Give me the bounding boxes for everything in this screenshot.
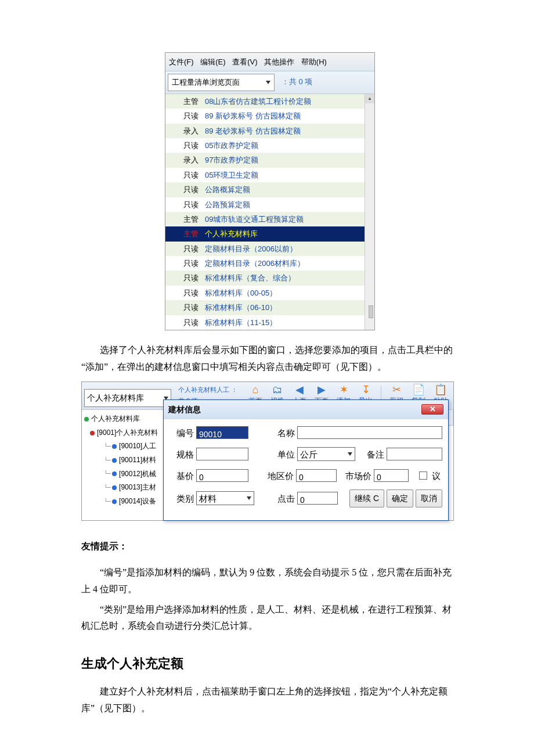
bullet-icon	[90, 431, 95, 435]
list-item[interactable]: 只读定额材料目录（2006以前）	[165, 242, 374, 256]
bullet-icon	[84, 417, 89, 422]
input-click[interactable]: 0	[297, 492, 338, 505]
label-click: 点击	[270, 491, 295, 506]
list-item[interactable]: 主管个人补充材料库	[165, 226, 374, 241]
library-selector-label: 个人补充材料库	[87, 391, 144, 405]
list-item-label: 个人补充材料库	[203, 227, 372, 240]
list-item[interactable]: 只读标准材料库（复合、综合）	[165, 271, 374, 285]
list-item[interactable]: 只读89 新砂浆标号 仿古园林定额	[165, 109, 374, 123]
input-remark[interactable]	[387, 448, 442, 460]
tree-item[interactable]: └─[90012]机械	[83, 467, 170, 481]
list-item[interactable]: 只读标准材料库（06-10）	[165, 300, 374, 315]
tree-panel: 个人补充材料库[9001]个人补充材料└─[90010]人工└─[90011]材…	[82, 410, 172, 520]
list-item-permission: 只读	[179, 316, 203, 329]
input-name[interactable]	[297, 426, 442, 439]
list-item[interactable]: 只读标准材料库（00-05）	[165, 286, 374, 300]
bullet-icon	[112, 485, 117, 490]
input-base[interactable]: 0	[196, 469, 248, 482]
chevron-down-icon	[266, 81, 270, 84]
粘贴-icon: 📋	[434, 384, 447, 395]
list-item-permission: 录入	[179, 153, 203, 167]
hint-title: 友情提示：	[81, 538, 459, 555]
close-icon[interactable]: ✕	[421, 404, 443, 415]
list-item[interactable]: 只读05环境卫生定额	[165, 168, 374, 182]
list-item-permission: 主管	[179, 213, 203, 226]
list-item[interactable]: 只读05市政养护定额	[165, 138, 374, 153]
list-item-label: 定额材料目录（2006以前）	[203, 242, 372, 255]
list-item-permission: 只读	[179, 109, 203, 123]
select-category[interactable]: 材料	[196, 491, 254, 505]
label-name: 名称	[270, 425, 295, 441]
page-selector-label: 工程量清单浏览页面	[172, 75, 240, 89]
list-item[interactable]: 主管09城市轨道交通工程预算定额	[165, 212, 374, 226]
continue-button[interactable]: 继续 C	[349, 489, 384, 507]
label-unit: 单位	[270, 447, 295, 462]
scroll-up-icon[interactable]: ▲	[365, 94, 374, 103]
list-item-permission: 只读	[179, 183, 203, 196]
select-unit[interactable]: 公斤	[297, 447, 355, 461]
dialog-title: 建材信息	[168, 402, 201, 417]
tree-item[interactable]: └─[90011]材料	[83, 453, 170, 467]
label-market: 市场价	[339, 468, 371, 484]
list-item-label: 09城市轨道交通工程预算定额	[203, 213, 372, 226]
input-region[interactable]: 0	[296, 469, 337, 482]
list-item-permission: 只读	[179, 301, 203, 314]
tree-item[interactable]: └─[90013]主材	[83, 481, 170, 495]
menu-file[interactable]: 文件(F)	[169, 57, 194, 66]
list-item-label: 标准材料库（00-05）	[203, 286, 372, 300]
list-item-label: 08山东省仿古建筑工程计价定额	[203, 95, 372, 108]
scroll-thumb[interactable]	[369, 305, 373, 318]
input-code[interactable]: 90010	[196, 426, 248, 439]
list-item-label: 89 老砂浆标号 仿古园林定额	[203, 124, 372, 138]
tree-item[interactable]: └─[90014]设备	[83, 495, 170, 509]
下页-icon: ▶	[317, 384, 326, 395]
ok-button[interactable]: 确定	[387, 489, 413, 507]
input-market[interactable]: 0	[374, 469, 409, 482]
bullet-icon	[112, 471, 117, 476]
input-spec[interactable]	[196, 448, 248, 460]
list-item-permission: 只读	[179, 257, 203, 270]
list-item-label: 97市政养护定额	[203, 153, 372, 167]
list-item-permission: 录入	[179, 124, 203, 138]
list-item-permission: 主管	[179, 95, 203, 108]
menu-other[interactable]: 其他操作	[264, 57, 294, 66]
checkbox-negotiable[interactable]	[419, 471, 427, 480]
cancel-button[interactable]: 取消	[416, 489, 442, 507]
menu-edit[interactable]: 编辑(E)	[200, 57, 225, 66]
list-item-label: 89 新砂浆标号 仿古园林定额	[203, 109, 372, 123]
scrollbar[interactable]: ▲	[365, 94, 374, 330]
tree-item-label: [90011]材料	[119, 454, 156, 467]
list-item-label: 标准材料库（11-15）	[203, 316, 372, 329]
tree-item[interactable]: [9001]个人补充材料	[83, 426, 170, 440]
首页-icon: ⌂	[252, 384, 259, 395]
menu-help[interactable]: 帮助(H)	[301, 57, 327, 66]
dialog-titlebar: 建材信息 ✕	[164, 400, 448, 419]
label-spec: 规格	[169, 447, 194, 462]
tree-item[interactable]: └─[90010]人工	[83, 440, 170, 453]
list-item[interactable]: 录入89 老砂浆标号 仿古园林定额	[165, 124, 374, 138]
list-item[interactable]: 只读公路概算定额	[165, 182, 374, 197]
list-item[interactable]: 只读定额材料目录（2006材料库）	[165, 256, 374, 271]
label-remark: 备注	[358, 447, 384, 462]
list-item[interactable]: 只读标准材料库（11-15）	[165, 315, 374, 330]
hint-1: “编号”是指添加材料的编码，默认为 9 位数，系统会自动提示 5 位，您只需在后…	[81, 564, 459, 598]
切换-icon: 🗂	[272, 384, 283, 395]
tree-item[interactable]: 个人补充材料库	[83, 412, 170, 426]
page-selector[interactable]: 工程量清单浏览页面	[168, 74, 275, 91]
添加-icon: ✶	[340, 384, 348, 395]
list-item[interactable]: 只读公路预算定额	[165, 197, 374, 212]
tree-item-label: [90014]设备	[119, 495, 156, 508]
上页-icon: ◀	[295, 384, 304, 395]
chevron-down-icon	[247, 496, 251, 500]
menubar: 文件(F) 编辑(E) 查看(V) 其他操作 帮助(H)	[165, 53, 374, 71]
library-selector[interactable]: 个人补充材料库	[84, 389, 171, 407]
menu-view[interactable]: 查看(V)	[232, 57, 257, 66]
tree-item-label: [90012]机械	[119, 468, 156, 481]
chevron-down-icon	[348, 452, 352, 456]
list-item[interactable]: 录入97市政养护定额	[165, 153, 374, 167]
screenshot-material-window: 个人补充材料库 个人补充材料人工 ：共 0 项 ⌂首页🗂切换◀上页▶下页✶添加↧…	[81, 381, 454, 521]
复制-icon: 📄	[412, 384, 425, 395]
hint-2: “类别”是给用户选择添加材料的性质，是人工、材料、还是机械，在进行工程预算、材机…	[81, 602, 459, 635]
paragraph-2: 建立好个人补充材料后，点击福莱助手窗口左上角的选择按钮，指定为“个人补充定额库”…	[81, 683, 459, 717]
list-item[interactable]: 主管08山东省仿古建筑工程计价定额	[165, 94, 374, 109]
